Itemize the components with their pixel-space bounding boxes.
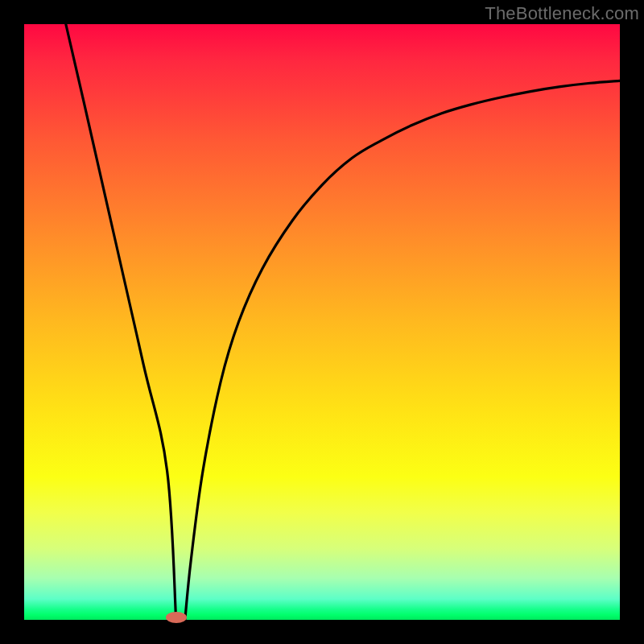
minimum-marker bbox=[166, 612, 187, 623]
chart-frame: TheBottleneck.com bbox=[0, 0, 644, 644]
curve-right-path bbox=[185, 80, 620, 620]
plot-area bbox=[24, 24, 620, 620]
curve-svg bbox=[24, 24, 620, 620]
curve-left-path bbox=[66, 24, 176, 620]
watermark-text: TheBottleneck.com bbox=[485, 3, 639, 24]
